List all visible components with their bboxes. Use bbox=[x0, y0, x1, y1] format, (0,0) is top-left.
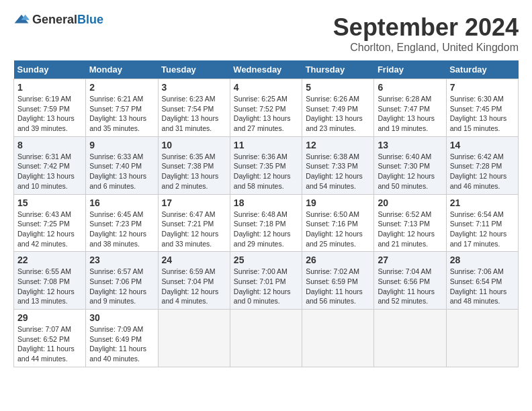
day-number: 11 bbox=[234, 140, 298, 150]
day-info: Sunrise: 7:00 AM Sunset: 7:01 PM Dayligh… bbox=[234, 267, 298, 306]
logo-blue: Blue bbox=[77, 13, 103, 26]
day-number: 7 bbox=[450, 82, 515, 93]
day-info: Sunrise: 6:59 AM Sunset: 7:04 PM Dayligh… bbox=[162, 267, 226, 306]
calendar-cell: 22 Sunrise: 6:55 AM Sunset: 7:08 PM Dayl… bbox=[14, 252, 86, 310]
day-info: Sunrise: 6:28 AM Sunset: 7:47 PM Dayligh… bbox=[378, 94, 442, 134]
day-number: 27 bbox=[378, 255, 442, 265]
month-title: September 2024 bbox=[333, 13, 519, 42]
week-row-5: 29 Sunrise: 7:07 AM Sunset: 6:52 PM Dayl… bbox=[14, 310, 519, 367]
day-info: Sunrise: 7:09 AM Sunset: 6:49 PM Dayligh… bbox=[89, 324, 154, 364]
logo-icon bbox=[13, 13, 30, 26]
day-info: Sunrise: 6:48 AM Sunset: 7:18 PM Dayligh… bbox=[234, 210, 298, 249]
calendar-cell: 8 Sunrise: 6:31 AM Sunset: 7:42 PM Dayli… bbox=[14, 136, 86, 194]
day-number: 16 bbox=[89, 197, 154, 208]
day-info: Sunrise: 7:07 AM Sunset: 6:52 PM Dayligh… bbox=[17, 324, 82, 364]
calendar-cell: 18 Sunrise: 6:48 AM Sunset: 7:18 PM Dayl… bbox=[230, 194, 302, 252]
day-number: 20 bbox=[378, 197, 442, 208]
day-info: Sunrise: 6:40 AM Sunset: 7:30 PM Dayligh… bbox=[378, 152, 442, 191]
day-number: 28 bbox=[450, 255, 515, 265]
day-number: 24 bbox=[162, 255, 226, 265]
calendar-cell: 23 Sunrise: 6:57 AM Sunset: 7:06 PM Dayl… bbox=[86, 252, 158, 310]
day-info: Sunrise: 6:42 AM Sunset: 7:28 PM Dayligh… bbox=[450, 152, 515, 191]
day-number: 26 bbox=[306, 255, 370, 265]
day-info: Sunrise: 6:47 AM Sunset: 7:21 PM Dayligh… bbox=[162, 210, 226, 249]
day-number: 29 bbox=[17, 312, 82, 323]
page-header: GeneralBlue September 2024 Chorlton, Eng… bbox=[13, 13, 519, 54]
day-info: Sunrise: 6:30 AM Sunset: 7:45 PM Dayligh… bbox=[450, 94, 515, 134]
calendar-cell bbox=[302, 310, 374, 367]
day-info: Sunrise: 6:23 AM Sunset: 7:54 PM Dayligh… bbox=[162, 94, 226, 134]
day-info: Sunrise: 7:04 AM Sunset: 6:56 PM Dayligh… bbox=[378, 267, 442, 306]
header-row: SundayMondayTuesdayWednesdayThursdayFrid… bbox=[14, 60, 519, 79]
calendar-cell: 28 Sunrise: 7:06 AM Sunset: 6:54 PM Dayl… bbox=[446, 252, 518, 310]
header-saturday: Saturday bbox=[446, 60, 518, 79]
day-info: Sunrise: 7:06 AM Sunset: 6:54 PM Dayligh… bbox=[450, 267, 515, 306]
week-row-3: 15 Sunrise: 6:43 AM Sunset: 7:25 PM Dayl… bbox=[14, 194, 519, 252]
calendar-cell: 19 Sunrise: 6:50 AM Sunset: 7:16 PM Dayl… bbox=[302, 194, 374, 252]
day-number: 23 bbox=[89, 255, 154, 265]
day-info: Sunrise: 7:02 AM Sunset: 6:59 PM Dayligh… bbox=[306, 267, 370, 306]
day-number: 25 bbox=[234, 255, 298, 265]
day-number: 14 bbox=[450, 140, 515, 150]
day-info: Sunrise: 6:52 AM Sunset: 7:13 PM Dayligh… bbox=[378, 210, 442, 249]
calendar-cell: 20 Sunrise: 6:52 AM Sunset: 7:13 PM Dayl… bbox=[374, 194, 446, 252]
calendar-cell bbox=[446, 310, 518, 367]
header-sunday: Sunday bbox=[14, 60, 86, 79]
day-info: Sunrise: 6:35 AM Sunset: 7:38 PM Dayligh… bbox=[162, 152, 226, 191]
header-tuesday: Tuesday bbox=[158, 60, 230, 79]
calendar-cell: 6 Sunrise: 6:28 AM Sunset: 7:47 PM Dayli… bbox=[374, 79, 446, 137]
day-info: Sunrise: 6:55 AM Sunset: 7:08 PM Dayligh… bbox=[17, 267, 82, 306]
calendar-cell: 17 Sunrise: 6:47 AM Sunset: 7:21 PM Dayl… bbox=[158, 194, 230, 252]
day-info: Sunrise: 6:33 AM Sunset: 7:40 PM Dayligh… bbox=[89, 152, 154, 191]
logo: GeneralBlue bbox=[13, 13, 103, 26]
day-number: 4 bbox=[234, 82, 298, 93]
day-number: 2 bbox=[89, 82, 154, 93]
week-row-2: 8 Sunrise: 6:31 AM Sunset: 7:42 PM Dayli… bbox=[14, 136, 519, 194]
calendar-cell: 9 Sunrise: 6:33 AM Sunset: 7:40 PM Dayli… bbox=[86, 136, 158, 194]
calendar-cell: 2 Sunrise: 6:21 AM Sunset: 7:57 PM Dayli… bbox=[86, 79, 158, 137]
day-info: Sunrise: 6:45 AM Sunset: 7:23 PM Dayligh… bbox=[89, 210, 154, 249]
day-number: 9 bbox=[89, 140, 154, 150]
day-number: 6 bbox=[378, 82, 442, 93]
day-number: 15 bbox=[17, 197, 82, 208]
calendar-table: SundayMondayTuesdayWednesdayThursdayFrid… bbox=[13, 60, 519, 367]
calendar-cell bbox=[374, 310, 446, 367]
calendar-cell: 7 Sunrise: 6:30 AM Sunset: 7:45 PM Dayli… bbox=[446, 79, 518, 137]
calendar-cell: 12 Sunrise: 6:38 AM Sunset: 7:33 PM Dayl… bbox=[302, 136, 374, 194]
calendar-cell: 30 Sunrise: 7:09 AM Sunset: 6:49 PM Dayl… bbox=[86, 310, 158, 367]
day-number: 17 bbox=[162, 197, 226, 208]
day-info: Sunrise: 6:54 AM Sunset: 7:11 PM Dayligh… bbox=[450, 210, 515, 249]
calendar-cell: 1 Sunrise: 6:19 AM Sunset: 7:59 PM Dayli… bbox=[14, 79, 86, 137]
calendar-cell: 16 Sunrise: 6:45 AM Sunset: 7:23 PM Dayl… bbox=[86, 194, 158, 252]
day-info: Sunrise: 6:50 AM Sunset: 7:16 PM Dayligh… bbox=[306, 210, 370, 249]
day-info: Sunrise: 6:36 AM Sunset: 7:35 PM Dayligh… bbox=[234, 152, 298, 191]
header-thursday: Thursday bbox=[302, 60, 374, 79]
day-number: 10 bbox=[162, 140, 226, 150]
day-number: 13 bbox=[378, 140, 442, 150]
calendar-cell: 24 Sunrise: 6:59 AM Sunset: 7:04 PM Dayl… bbox=[158, 252, 230, 310]
logo-general: General bbox=[32, 13, 77, 26]
header-friday: Friday bbox=[374, 60, 446, 79]
day-info: Sunrise: 6:26 AM Sunset: 7:49 PM Dayligh… bbox=[306, 94, 370, 134]
day-number: 18 bbox=[234, 197, 298, 208]
day-info: Sunrise: 6:38 AM Sunset: 7:33 PM Dayligh… bbox=[306, 152, 370, 191]
day-number: 19 bbox=[306, 197, 370, 208]
day-info: Sunrise: 6:43 AM Sunset: 7:25 PM Dayligh… bbox=[17, 210, 82, 249]
week-row-1: 1 Sunrise: 6:19 AM Sunset: 7:59 PM Dayli… bbox=[14, 79, 519, 137]
calendar-cell: 29 Sunrise: 7:07 AM Sunset: 6:52 PM Dayl… bbox=[14, 310, 86, 367]
calendar-cell: 11 Sunrise: 6:36 AM Sunset: 7:35 PM Dayl… bbox=[230, 136, 302, 194]
header-monday: Monday bbox=[86, 60, 158, 79]
day-info: Sunrise: 6:57 AM Sunset: 7:06 PM Dayligh… bbox=[89, 267, 154, 306]
calendar-cell: 14 Sunrise: 6:42 AM Sunset: 7:28 PM Dayl… bbox=[446, 136, 518, 194]
day-number: 30 bbox=[89, 312, 154, 323]
week-row-4: 22 Sunrise: 6:55 AM Sunset: 7:08 PM Dayl… bbox=[14, 252, 519, 310]
day-info: Sunrise: 6:19 AM Sunset: 7:59 PM Dayligh… bbox=[17, 94, 82, 134]
calendar-cell bbox=[230, 310, 302, 367]
day-number: 5 bbox=[306, 82, 370, 93]
day-number: 8 bbox=[17, 140, 82, 150]
calendar-cell: 10 Sunrise: 6:35 AM Sunset: 7:38 PM Dayl… bbox=[158, 136, 230, 194]
calendar-cell: 4 Sunrise: 6:25 AM Sunset: 7:52 PM Dayli… bbox=[230, 79, 302, 137]
calendar-cell: 27 Sunrise: 7:04 AM Sunset: 6:56 PM Dayl… bbox=[374, 252, 446, 310]
calendar-cell: 26 Sunrise: 7:02 AM Sunset: 6:59 PM Dayl… bbox=[302, 252, 374, 310]
day-info: Sunrise: 6:21 AM Sunset: 7:57 PM Dayligh… bbox=[89, 94, 154, 134]
